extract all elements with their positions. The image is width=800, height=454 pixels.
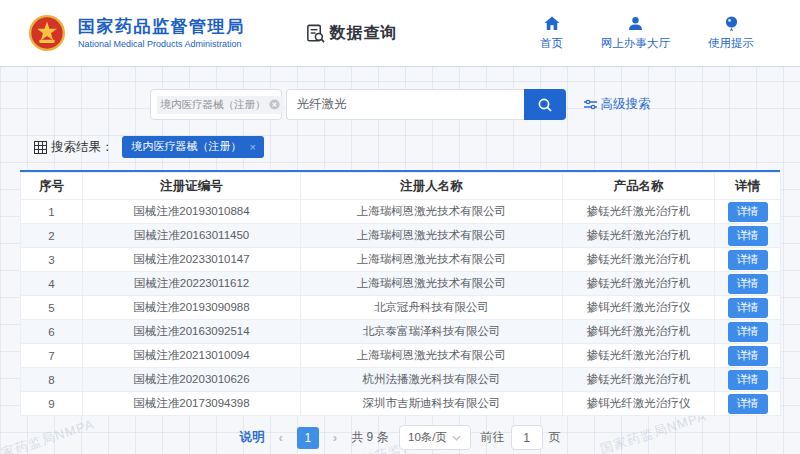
detail-button[interactable]: 详情 bbox=[728, 250, 768, 270]
nav-item-usage-tips[interactable]: 使用提示 bbox=[708, 16, 754, 51]
row-detail-cell: 详情 bbox=[715, 224, 781, 248]
row-index: 7 bbox=[21, 344, 83, 368]
row-detail-cell: 详情 bbox=[715, 200, 781, 224]
detail-button[interactable]: 详情 bbox=[728, 346, 768, 366]
pagination: 说明 ‹ 1 › 共 9 条 10条/页 前往 页 bbox=[0, 425, 800, 450]
row-product: 掺铥光纤激光治疗机 bbox=[563, 224, 715, 248]
row-reg-no: 国械注准20233010147 bbox=[83, 248, 301, 272]
results-table: 序号 注册证编号 注册人名称 产品名称 详情 1国械注准20193010884上… bbox=[20, 172, 781, 416]
tip-icon bbox=[725, 16, 738, 32]
current-page-button[interactable]: 1 bbox=[297, 427, 319, 449]
search-button[interactable] bbox=[524, 89, 566, 120]
row-index: 5 bbox=[21, 296, 83, 320]
grid-icon bbox=[34, 141, 47, 154]
row-registrant: 北京泰富瑞泽科技有限公司 bbox=[301, 320, 563, 344]
tag-remove-icon[interactable] bbox=[269, 99, 280, 110]
row-registrant: 上海瑞柯恩激光技术有限公司 bbox=[301, 200, 563, 224]
row-registrant: 上海瑞柯恩激光技术有限公司 bbox=[301, 344, 563, 368]
row-registrant: 深圳市吉斯迪科技有限公司 bbox=[301, 392, 563, 416]
table-row: 3国械注准20233010147上海瑞柯恩激光技术有限公司掺铥光纤激光治疗机详情 bbox=[21, 248, 781, 272]
row-product: 掺铥光纤激光治疗机 bbox=[563, 200, 715, 224]
next-page-icon[interactable]: › bbox=[329, 430, 341, 445]
header: 国家药品监督管理局 National Medical Products Admi… bbox=[0, 0, 800, 67]
category-tag-label: 境内医疗器械（注册） bbox=[161, 98, 266, 112]
detail-button[interactable]: 详情 bbox=[728, 202, 768, 222]
row-product: 掺铒光纤激光治疗机 bbox=[563, 320, 715, 344]
row-index: 4 bbox=[21, 272, 83, 296]
search-results-bar: 搜索结果： 境内医疗器械（注册） × bbox=[34, 136, 800, 158]
col-header-reg-no: 注册证编号 bbox=[83, 173, 301, 200]
goto-page-input[interactable] bbox=[511, 425, 543, 450]
row-reg-no: 国械注准20213010094 bbox=[83, 344, 301, 368]
prev-page-icon[interactable]: ‹ bbox=[274, 430, 286, 445]
advanced-search-label: 高级搜索 bbox=[601, 96, 651, 113]
search-bar: 境内医疗器械（注册） bbox=[0, 89, 800, 120]
national-emblem-logo bbox=[28, 14, 66, 52]
goto-page-group: 前往 页 bbox=[481, 425, 561, 450]
table-row: 6国械注准20163092514北京泰富瑞泽科技有限公司掺铒光纤激光治疗机详情 bbox=[21, 320, 781, 344]
search-input[interactable] bbox=[286, 89, 524, 120]
table-row: 1国械注准20193010884上海瑞柯恩激光技术有限公司掺铥光纤激光治疗机详情 bbox=[21, 200, 781, 224]
nav-item-label: 使用提示 bbox=[708, 36, 754, 51]
detail-button[interactable]: 详情 bbox=[728, 274, 768, 294]
row-registrant: 上海瑞柯恩激光技术有限公司 bbox=[301, 248, 563, 272]
row-registrant: 北京冠舟科技有限公司 bbox=[301, 296, 563, 320]
col-header-index: 序号 bbox=[21, 173, 83, 200]
org-title: 国家药品监督管理局 bbox=[78, 17, 245, 37]
table-row: 8国械注准20203010626杭州法播激光科技有限公司掺铥光纤激光治疗机详情 bbox=[21, 368, 781, 392]
app-title-block: 数据查询 bbox=[305, 23, 398, 44]
home-icon bbox=[544, 16, 560, 32]
row-index: 2 bbox=[21, 224, 83, 248]
table-header-row: 序号 注册证编号 注册人名称 产品名称 详情 bbox=[21, 173, 781, 200]
col-header-product: 产品名称 bbox=[563, 173, 715, 200]
row-product: 掺铥光纤激光治疗机 bbox=[563, 272, 715, 296]
row-reg-no: 国械注准20163011450 bbox=[83, 224, 301, 248]
filter-sliders-icon bbox=[584, 99, 597, 110]
row-product: 掺铥光纤激光治疗机 bbox=[563, 344, 715, 368]
results-table-card: 序号 注册证编号 注册人名称 产品名称 详情 1国械注准20193010884上… bbox=[20, 170, 780, 416]
row-detail-cell: 详情 bbox=[715, 392, 781, 416]
query-input-group bbox=[286, 89, 566, 120]
col-header-registrant: 注册人名称 bbox=[301, 173, 563, 200]
page-size-value: 10条/页 bbox=[408, 430, 447, 445]
org-subtitle: National Medical Products Administration bbox=[78, 39, 245, 49]
detail-button[interactable]: 详情 bbox=[728, 322, 768, 342]
user-icon bbox=[628, 16, 643, 32]
category-tag: 境内医疗器械（注册） bbox=[157, 96, 284, 114]
table-row: 2国械注准20163011450上海瑞柯恩激光技术有限公司掺铥光纤激光治疗机详情 bbox=[21, 224, 781, 248]
row-reg-no: 国械注准20163092514 bbox=[83, 320, 301, 344]
top-nav: 首页 网上办事大厅 使用提示 bbox=[540, 16, 772, 51]
row-index: 8 bbox=[21, 368, 83, 392]
nav-item-home[interactable]: 首页 bbox=[540, 16, 563, 51]
row-index: 9 bbox=[21, 392, 83, 416]
row-reg-no: 国械注准20173094398 bbox=[83, 392, 301, 416]
page-size-select[interactable]: 10条/页 bbox=[399, 425, 471, 450]
detail-button[interactable]: 详情 bbox=[728, 394, 768, 414]
goto-suffix-label: 页 bbox=[549, 429, 561, 446]
row-reg-no: 国械注准20223011612 bbox=[83, 272, 301, 296]
advanced-search-link[interactable]: 高级搜索 bbox=[584, 96, 651, 113]
total-count-label: 共 9 条 bbox=[351, 429, 388, 446]
data-query-icon bbox=[305, 23, 326, 44]
category-select[interactable]: 境内医疗器械（注册） bbox=[150, 89, 282, 120]
detail-button[interactable]: 详情 bbox=[728, 370, 768, 390]
active-filter-label: 境内医疗器械（注册） bbox=[132, 139, 242, 154]
row-reg-no: 国械注准20203010626 bbox=[83, 368, 301, 392]
row-detail-cell: 详情 bbox=[715, 248, 781, 272]
nav-item-service-hall[interactable]: 网上办事大厅 bbox=[601, 16, 670, 51]
row-index: 6 bbox=[21, 320, 83, 344]
row-detail-cell: 详情 bbox=[715, 296, 781, 320]
note-link[interactable]: 说明 bbox=[239, 429, 264, 446]
row-registrant: 杭州法播激光科技有限公司 bbox=[301, 368, 563, 392]
row-product: 掺铒光纤激光治疗仪 bbox=[563, 392, 715, 416]
active-filter-tag[interactable]: 境内医疗器械（注册） × bbox=[122, 136, 264, 158]
nav-item-label: 首页 bbox=[540, 36, 563, 51]
row-registrant: 上海瑞柯恩激光技术有限公司 bbox=[301, 272, 563, 296]
row-detail-cell: 详情 bbox=[715, 272, 781, 296]
close-icon[interactable]: × bbox=[250, 141, 256, 153]
search-icon bbox=[537, 97, 553, 113]
detail-button[interactable]: 详情 bbox=[728, 226, 768, 246]
detail-button[interactable]: 详情 bbox=[728, 298, 768, 318]
row-detail-cell: 详情 bbox=[715, 368, 781, 392]
table-row: 4国械注准20223011612上海瑞柯恩激光技术有限公司掺铥光纤激光治疗机详情 bbox=[21, 272, 781, 296]
